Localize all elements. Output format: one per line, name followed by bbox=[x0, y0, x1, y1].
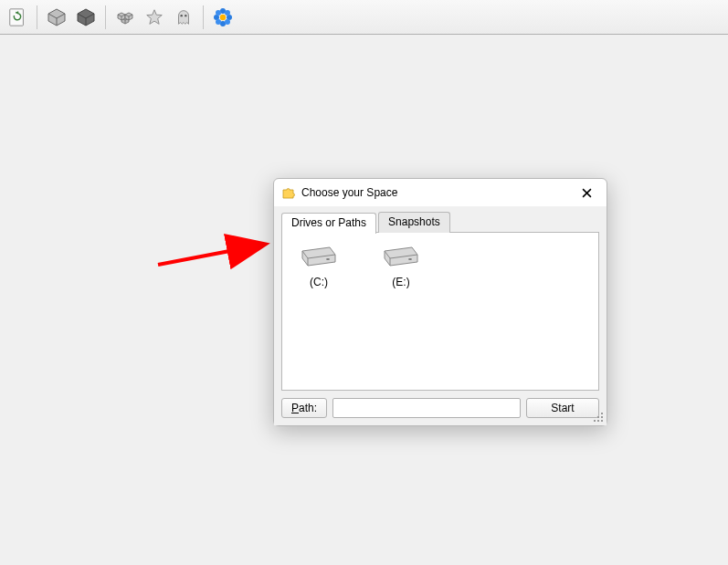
puzzle-icon bbox=[281, 185, 296, 200]
drive-item-e[interactable]: (E:) bbox=[374, 242, 428, 381]
drive-icon bbox=[299, 242, 339, 269]
tab-snapshots[interactable]: Snapshots bbox=[378, 212, 450, 233]
svg-point-2 bbox=[185, 14, 186, 16]
tab-drives-or-paths[interactable]: Drives or Paths bbox=[281, 213, 376, 234]
drive-label: (C:) bbox=[291, 276, 346, 288]
drive-item-c[interactable]: (C:) bbox=[291, 242, 346, 381]
svg-point-14 bbox=[408, 258, 412, 260]
svg-rect-15 bbox=[601, 413, 603, 414]
toolbar-separator bbox=[37, 5, 37, 29]
dialog-titlebar[interactable]: Choose your Space bbox=[274, 179, 607, 206]
svg-point-13 bbox=[326, 258, 330, 260]
svg-point-10 bbox=[225, 19, 230, 25]
start-button[interactable]: Start bbox=[526, 398, 599, 418]
refresh-button[interactable] bbox=[4, 4, 31, 31]
svg-point-9 bbox=[216, 19, 221, 25]
dialog-body: Drives or Paths Snapshots (C:) bbox=[274, 206, 607, 425]
svg-point-7 bbox=[216, 10, 221, 16]
ghost-button[interactable] bbox=[170, 4, 197, 31]
drive-icon bbox=[381, 242, 421, 269]
svg-line-12 bbox=[158, 245, 263, 265]
svg-point-11 bbox=[220, 14, 226, 19]
path-button[interactable]: Path: bbox=[281, 398, 327, 418]
close-button[interactable] bbox=[574, 183, 599, 203]
tab-strip: Drives or Paths Snapshots bbox=[281, 212, 599, 233]
svg-rect-18 bbox=[594, 420, 596, 422]
resize-grip[interactable] bbox=[594, 413, 605, 424]
svg-rect-17 bbox=[601, 416, 603, 418]
main-toolbar bbox=[0, 0, 728, 35]
svg-point-8 bbox=[225, 10, 230, 16]
ghost-icon bbox=[174, 7, 194, 27]
refresh-icon bbox=[7, 7, 27, 27]
annotation-arrow bbox=[153, 228, 281, 283]
dark-cube-icon bbox=[75, 6, 97, 28]
drive-label: (E:) bbox=[374, 276, 428, 288]
flower-icon bbox=[212, 6, 234, 28]
svg-point-1 bbox=[181, 14, 183, 16]
star-button[interactable] bbox=[141, 4, 168, 31]
boxes-button[interactable] bbox=[111, 4, 139, 31]
cube-icon bbox=[46, 6, 68, 28]
choose-space-dialog: Choose your Space Drives or Paths Snapsh… bbox=[273, 178, 607, 426]
dialog-title: Choose your Space bbox=[301, 186, 574, 199]
svg-rect-20 bbox=[601, 420, 603, 422]
svg-rect-19 bbox=[597, 420, 599, 422]
cube-button[interactable] bbox=[43, 4, 70, 31]
toolbar-separator bbox=[105, 5, 106, 29]
drives-panel: (C:) (E:) bbox=[281, 232, 599, 391]
boxes-icon bbox=[114, 6, 136, 28]
path-input[interactable] bbox=[332, 398, 521, 418]
svg-rect-16 bbox=[597, 416, 599, 418]
flower-button[interactable] bbox=[209, 4, 237, 31]
close-icon bbox=[582, 188, 592, 198]
dialog-footer: Path: Start bbox=[281, 398, 599, 418]
toolbar-separator bbox=[203, 5, 204, 29]
dark-cube-button[interactable] bbox=[72, 4, 100, 31]
star-icon bbox=[144, 7, 164, 27]
